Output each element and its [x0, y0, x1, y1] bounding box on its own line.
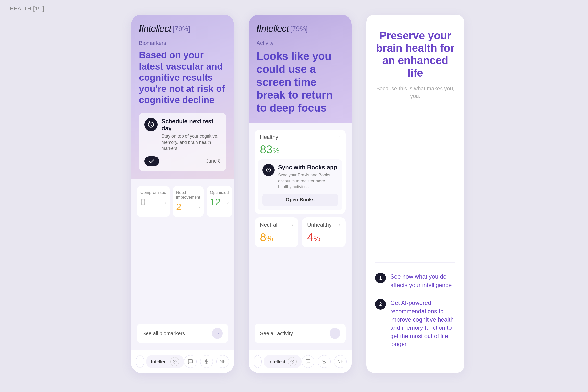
- phone2-sync-text: Sync with Books app Sync your Praxis and…: [278, 164, 338, 190]
- phone1-chat-icon[interactable]: [184, 355, 197, 368]
- right-panel: Preserve your brain health for an enhanc…: [366, 15, 464, 373]
- feature-num-1: 1: [375, 272, 386, 283]
- phone1-stat-need-improvement[interactable]: Need improvement 2 ›: [173, 186, 203, 217]
- phone2-activity-cards: Healthy › 83%: [255, 130, 346, 247]
- phone2-sync-card: Sync with Books app Sync your Praxis and…: [258, 160, 342, 210]
- phone2-nf-icon[interactable]: NF: [334, 355, 347, 368]
- feature-item-2: 2 Get AI-powered recommendations to impr…: [375, 299, 455, 348]
- phone1-logo-text: IIntellect: [139, 24, 171, 34]
- phone1-schedule-text: Schedule next test day Stay on top of yo…: [162, 118, 221, 152]
- phone2-sync-card-top: Sync with Books app Sync your Praxis and…: [262, 164, 338, 190]
- divider: [375, 262, 455, 263]
- phone1-schedule-date: June 8: [206, 158, 221, 164]
- phone1-badge: [79%]: [173, 25, 190, 33]
- phone2-unhealthy-header: Unhealthy ›: [302, 217, 346, 230]
- phone1-back-button[interactable]: ←: [136, 355, 144, 368]
- right-panel-subtitle: Because this is what makes you, you.: [375, 85, 455, 100]
- phone1-intellect-icon: [170, 357, 179, 366]
- phone2-intellect-icon: [288, 357, 297, 366]
- phone2-unhealthy-percent: 4%: [302, 230, 346, 247]
- phone2-bottom-cards: Neutral › 8% Unhealthy › 4%: [255, 217, 346, 247]
- phone2-header: IIntellect [79%] Activity Looks like you…: [249, 15, 352, 123]
- phone1-mockup: IIntellect [79%] Biomarkers Based on you…: [131, 15, 234, 373]
- phone2-header-title: Looks like you could use a screen time b…: [256, 50, 344, 114]
- phone2-healthy-header: Healthy ›: [255, 130, 346, 143]
- phone1-dollar-icon[interactable]: [200, 355, 213, 368]
- phone2-intellect-nav[interactable]: Intellect: [264, 355, 302, 368]
- see-all-arrow-icon: →: [212, 328, 223, 339]
- right-panel-title: Preserve your brain health for an enhanc…: [375, 30, 455, 79]
- phone2-body: Healthy › 83%: [249, 123, 352, 350]
- phone2-logo-text: IIntellect: [256, 24, 289, 34]
- phone1-check-button[interactable]: [144, 156, 159, 166]
- phone2-neutral-percent: 8%: [255, 230, 298, 247]
- phone2-healthy-card[interactable]: Healthy › 83%: [255, 130, 346, 214]
- phone1-schedule-card-top: Schedule next test day Stay on top of yo…: [144, 118, 221, 152]
- page-label: HEALTH [1/1]: [10, 6, 44, 12]
- phone2-unhealthy-card[interactable]: Unhealthy › 4%: [302, 217, 346, 247]
- phone1-stat-compromised[interactable]: Compromised 0 ›: [137, 186, 170, 217]
- chevron-right-icon: ›: [165, 200, 166, 205]
- phone2-section-label: Activity: [256, 40, 344, 46]
- phone2-neutral-header: Neutral ›: [255, 217, 298, 230]
- phone2-nav: ← Intellect: [249, 350, 352, 373]
- phone1-section-label: Biomarkers: [139, 40, 226, 46]
- phone2-back-button[interactable]: ←: [254, 355, 262, 368]
- phone2-healthy-percent: 83%: [255, 143, 346, 160]
- phone2-neutral-card[interactable]: Neutral › 8%: [255, 217, 298, 247]
- feature-text-2: Get AI-powered recommendations to improv…: [390, 299, 455, 348]
- phone1-stat-optimized[interactable]: Optimized 12 ›: [206, 186, 232, 217]
- schedule-icon: [144, 118, 158, 131]
- phone1-stats-row: Compromised 0 › Need improvement 2 › Opt…: [137, 186, 228, 217]
- phone1-logo: IIntellect [79%]: [139, 24, 226, 34]
- phone1-schedule-footer: June 8: [144, 156, 221, 166]
- phone2-logo: IIntellect [79%]: [256, 24, 344, 34]
- phone1-nav-icons: NF: [184, 355, 229, 368]
- phone2-badge: [79%]: [290, 25, 308, 33]
- chevron-right-icon: ›: [227, 200, 229, 205]
- phone2-dollar-icon[interactable]: [318, 355, 331, 368]
- main-container: IIntellect [79%] Biomarkers Based on you…: [0, 0, 588, 392]
- feature-item-1: 1 See how what you do affects your intel…: [375, 272, 455, 289]
- chevron-right-icon: ›: [339, 222, 340, 228]
- phone1-nav: ← Intellect: [131, 350, 234, 373]
- phone1-header-title: Based on your latest vascular and cognit…: [139, 50, 226, 106]
- phone1-body: Compromised 0 › Need improvement 2 › Opt…: [131, 179, 234, 350]
- chevron-right-icon: ›: [339, 135, 340, 140]
- phone2-see-all-button[interactable]: See all activity →: [255, 324, 346, 343]
- phone2-mockup: IIntellect [79%] Activity Looks like you…: [249, 15, 352, 373]
- feature-num-2: 2: [375, 299, 386, 310]
- phone1-intellect-nav[interactable]: Intellect: [146, 355, 184, 368]
- open-books-button[interactable]: Open Books: [262, 194, 338, 206]
- phone1-see-all-button[interactable]: See all biomarkers →: [137, 324, 228, 343]
- feature-text-1: See how what you do affects your intelli…: [390, 272, 455, 289]
- sync-icon: [262, 164, 275, 176]
- phone1-header: IIntellect [79%] Biomarkers Based on you…: [131, 15, 234, 179]
- phone2-nav-icons: NF: [302, 355, 347, 368]
- chevron-right-icon: ›: [199, 205, 200, 210]
- phone1-nf-icon[interactable]: NF: [216, 355, 229, 368]
- phone2-chat-icon[interactable]: [302, 355, 314, 368]
- phone1-schedule-card[interactable]: Schedule next test day Stay on top of yo…: [139, 112, 226, 172]
- chevron-right-icon: ›: [292, 222, 293, 228]
- see-all-arrow-icon: →: [330, 328, 340, 339]
